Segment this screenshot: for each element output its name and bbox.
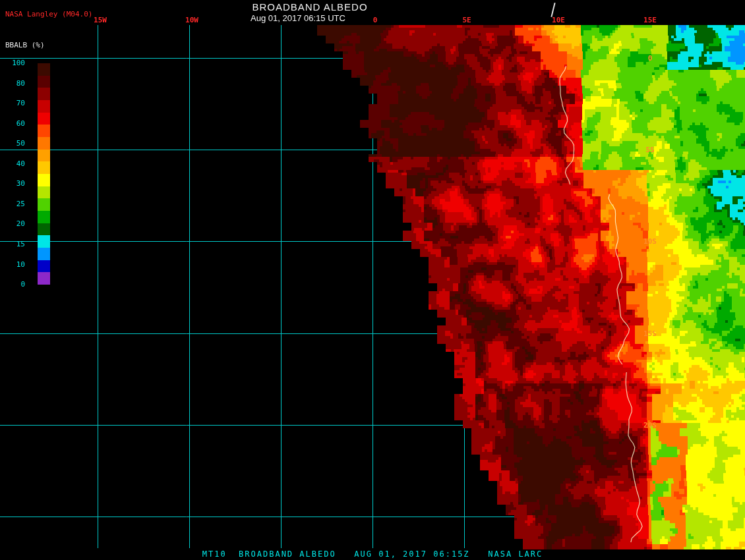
albedo-map-canvas bbox=[0, 0, 745, 560]
albedo-map-viewer: NASA Langley (M04.0) BROADBAND ALBEDO Au… bbox=[0, 0, 745, 560]
